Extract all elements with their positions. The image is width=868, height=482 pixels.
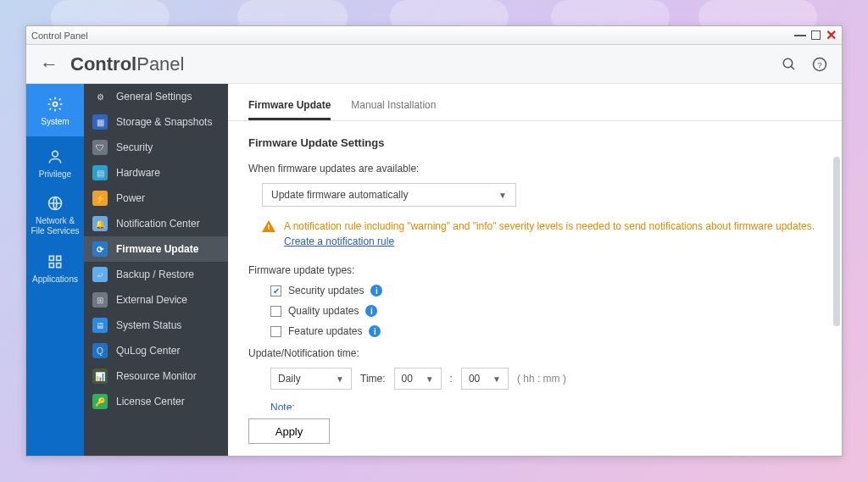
quality-updates-checkbox[interactable] [270,306,281,317]
subnav-security[interactable]: 🛡Security [84,135,228,160]
sub-nav: ⚙General Settings ▦Storage & Snapshots 🛡… [84,84,228,456]
svg-point-5 [53,151,58,157]
subnav-hardware[interactable]: ▤Hardware [84,160,228,186]
info-icon[interactable]: i [370,285,382,296]
category-nav: System Privilege Network & File Services… [26,84,84,456]
tabs: Firmware Update Manual Installation [228,84,842,121]
subnav-label: System Status [116,319,181,331]
chevron-down-icon: ▼ [492,374,501,384]
cat-applications[interactable]: Applications [26,241,84,294]
gear-icon [46,95,64,114]
update-types-label: Firmware update types: [248,264,821,276]
info-icon[interactable]: i [365,305,377,317]
maximize-button[interactable] [811,30,821,40]
cat-applications-label: Applications [32,274,78,284]
tab-manual-installation[interactable]: Manual Installation [351,99,436,120]
hhmm-hint: ( hh : mm ) [517,373,566,385]
frequency-select[interactable]: Daily ▼ [270,368,352,390]
subnav-qulog-center[interactable]: QQuLog Center [84,338,228,363]
chip-icon: ▤ [92,165,108,180]
scrollbar-thumb[interactable] [833,157,840,326]
subnav-label: External Device [116,294,187,306]
cat-system[interactable]: System [26,84,84,136]
subnav-power[interactable]: ⚡Power [84,186,228,211]
minimize-button[interactable] [794,35,806,36]
subnav-backup-restore[interactable]: ⤾Backup / Restore [84,262,228,287]
bell-icon: 🔔 [92,216,108,231]
subnav-license-center[interactable]: 🔑License Center [84,389,228,414]
close-button[interactable]: ✕ [826,29,837,42]
backup-icon: ⤾ [92,267,108,282]
svg-rect-7 [49,256,53,260]
cat-privilege[interactable]: Privilege [26,136,84,189]
feature-updates-checkbox[interactable] [270,326,281,337]
subnav-external-device[interactable]: ⊞External Device [84,287,228,313]
apps-icon [46,252,64,271]
app-title-light: Panel [136,53,184,75]
header-bar: ← ControlPanel ? [26,45,842,84]
info-icon[interactable]: i [369,325,381,337]
subnav-notification-center[interactable]: 🔔Notification Center [84,211,228,236]
chevron-down-icon: ▼ [426,374,434,384]
key-icon: 🔑 [92,394,108,409]
content-pane: Firmware Update Manual Installation Firm… [228,84,842,456]
subnav-system-status[interactable]: 🖥System Status [84,313,228,338]
note-label: Note: [270,402,821,410]
subnav-label: Backup / Restore [116,269,194,280]
globe-icon [46,194,64,213]
apply-button[interactable]: Apply [248,418,330,444]
power-icon: ⚡ [92,191,108,206]
search-icon[interactable] [781,56,798,73]
update-mode-value: Update firmware automatically [271,189,408,201]
subnav-label: Resource Monitor [116,370,197,382]
update-icon: ⟳ [92,241,108,257]
feature-updates-label: Feature updates [288,325,362,337]
update-mode-select[interactable]: Update firmware automatically ▼ [262,183,516,207]
subnav-general-settings[interactable]: ⚙General Settings [84,84,228,109]
cat-network[interactable]: Network & File Services [26,189,84,241]
security-updates-label: Security updates [288,285,364,296]
svg-line-1 [791,66,794,69]
chart-icon: 📊 [92,368,108,384]
cat-system-label: System [41,117,69,126]
subnav-label: QuLog Center [116,345,180,357]
subnav-resource-monitor[interactable]: 📊Resource Monitor [84,363,228,389]
minute-select[interactable]: 00 ▼ [461,368,509,390]
security-updates-checkbox[interactable] [270,285,281,296]
hour-select[interactable]: 00 ▼ [394,368,442,390]
chevron-down-icon: ▼ [498,191,507,200]
quality-updates-label: Quality updates [288,305,359,317]
when-available-label: When firmware updates are available: [248,163,821,175]
footer: Apply [228,410,842,456]
subnav-label: Hardware [116,167,160,179]
subnav-label: License Center [116,396,185,407]
svg-point-0 [783,58,793,68]
warning-row: A notification rule including "warning" … [262,219,821,249]
subnav-firmware-update[interactable]: ⟳Firmware Update [84,236,228,262]
subnav-label: General Settings [116,91,192,102]
subnav-label: Storage & Snapshots [116,116,212,128]
app-title-bold: Control [70,53,136,75]
cat-network-label: Network & File Services [31,216,79,236]
warning-text: A notification rule including "warning" … [284,220,815,232]
window-title: Control Panel [31,30,88,41]
time-colon: : [450,373,453,385]
chevron-down-icon: ▼ [336,374,344,384]
titlebar: Control Panel ✕ [26,26,842,45]
cat-privilege-label: Privilege [39,169,71,179]
help-icon[interactable]: ? [811,56,828,73]
shield-icon: 🛡 [92,140,108,155]
svg-point-4 [53,102,58,106]
back-button[interactable]: ← [40,53,58,75]
tab-firmware-update[interactable]: Firmware Update [248,99,331,120]
settings-pane: Firmware Update Settings When firmware u… [228,121,842,410]
log-icon: Q [92,343,108,358]
minute-value: 00 [469,373,480,385]
create-notification-rule-link[interactable]: Create a notification rule [284,235,394,247]
subnav-storage-snapshots[interactable]: ▦Storage & Snapshots [84,109,228,135]
app-title: ControlPanel [70,53,184,75]
app-window: Control Panel ✕ ← ControlPanel ? [25,25,843,457]
storage-icon: ▦ [92,114,108,130]
warning-icon [262,220,275,232]
svg-rect-10 [57,263,61,267]
